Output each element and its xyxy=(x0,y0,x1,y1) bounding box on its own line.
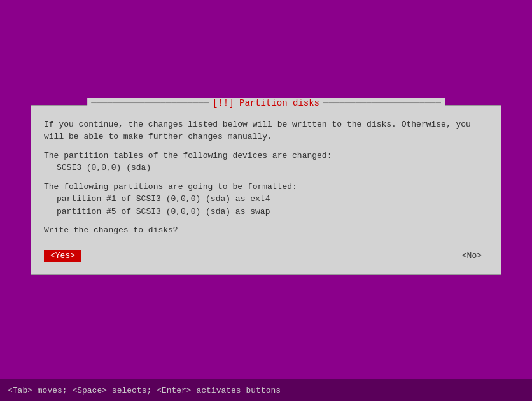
dialog-box: ────────────────────── [!!] Partition di… xyxy=(31,105,501,275)
title-bracket-right: ────────────────────── xyxy=(323,98,441,108)
section2-item1: partition #1 of SCSI3 (0,0,0) (sda) as e… xyxy=(57,193,488,206)
section2-item2: partition #5 of SCSI3 (0,0,0) (sda) as s… xyxy=(57,206,488,218)
section2-label: The following partitions are going to be… xyxy=(44,181,488,193)
no-button[interactable]: <No> xyxy=(456,250,488,262)
dialog-content: If you continue, the changes listed belo… xyxy=(44,118,488,262)
status-text: <Tab> moves; <Space> selects; <Enter> ac… xyxy=(8,386,281,395)
main-area: ────────────────────── [!!] Partition di… xyxy=(0,0,532,379)
question-text: Write the changes to disks? xyxy=(44,224,488,237)
section1-label: The partition tables of the following de… xyxy=(44,150,488,162)
body-text: If you continue, the changes listed belo… xyxy=(44,118,488,143)
section1: The partition tables of the following de… xyxy=(44,150,488,174)
title-bracket-left: ────────────────────── xyxy=(91,98,209,108)
section1-item1: SCSI3 (0,0,0) (sda) xyxy=(57,162,488,174)
status-bar: <Tab> moves; <Space> selects; <Enter> ac… xyxy=(0,379,532,401)
yes-button[interactable]: <Yes> xyxy=(44,250,81,262)
button-row: <Yes> <No> xyxy=(44,250,488,262)
dialog-title-bar: ────────────────────── [!!] Partition di… xyxy=(87,98,445,108)
dialog-title: [!!] Partition disks xyxy=(213,98,319,108)
section2: The following partitions are going to be… xyxy=(44,181,488,218)
